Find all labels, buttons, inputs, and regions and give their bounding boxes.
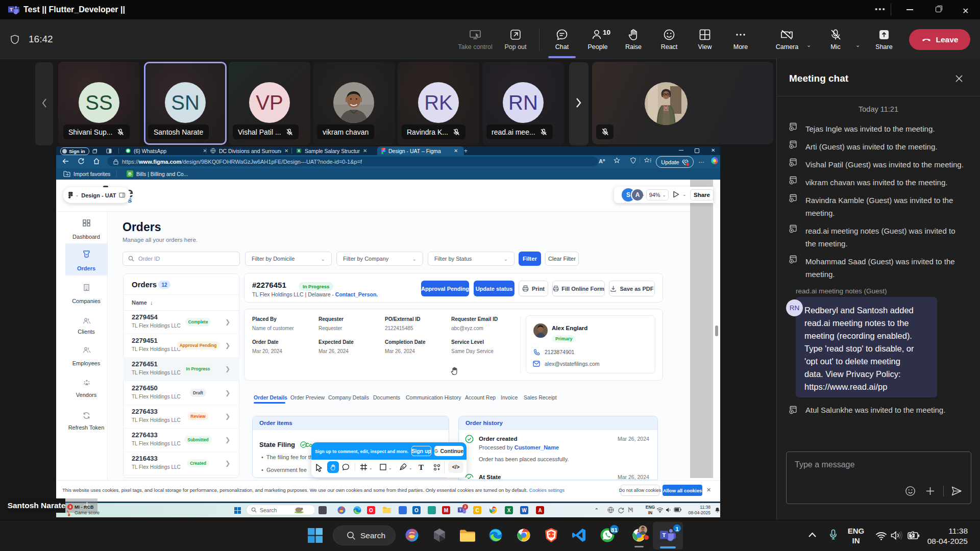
svg-text:T: T: [10, 7, 13, 12]
svg-text:X: X: [298, 148, 300, 153]
svg-text:T: T: [459, 508, 462, 512]
svg-text:T: T: [663, 532, 666, 538]
svg-text:B: B: [128, 171, 132, 177]
